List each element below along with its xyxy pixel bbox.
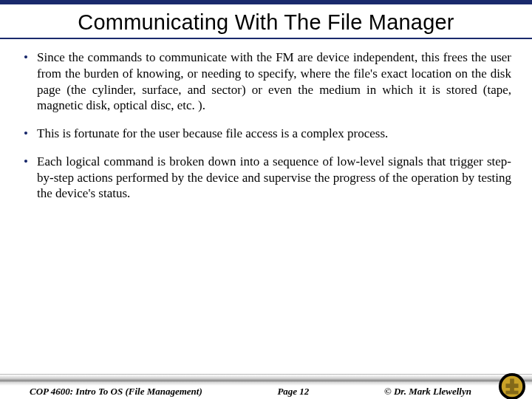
footer-page: Page 12 bbox=[202, 386, 384, 398]
slide-body: Communicating With The File Manager Sinc… bbox=[0, 4, 532, 202]
list-item: Each logical command is broken down into… bbox=[21, 154, 511, 202]
footer-author: © Dr. Mark Llewellyn bbox=[384, 386, 502, 398]
bullet-list: Since the commands to communicate with t… bbox=[21, 50, 511, 202]
footer-course: COP 4600: Intro To OS (File Management) bbox=[30, 386, 202, 398]
list-item: Since the commands to communicate with t… bbox=[21, 50, 511, 114]
footer-divider bbox=[0, 374, 532, 386]
list-item: This is fortunate for the user because f… bbox=[21, 126, 511, 142]
footer: COP 4600: Intro To OS (File Management) … bbox=[0, 374, 532, 399]
footer-content: COP 4600: Intro To OS (File Management) … bbox=[0, 386, 532, 399]
title-underline bbox=[0, 38, 532, 39]
slide-title: Communicating With The File Manager bbox=[21, 10, 511, 35]
ucf-logo-icon bbox=[498, 372, 526, 399]
